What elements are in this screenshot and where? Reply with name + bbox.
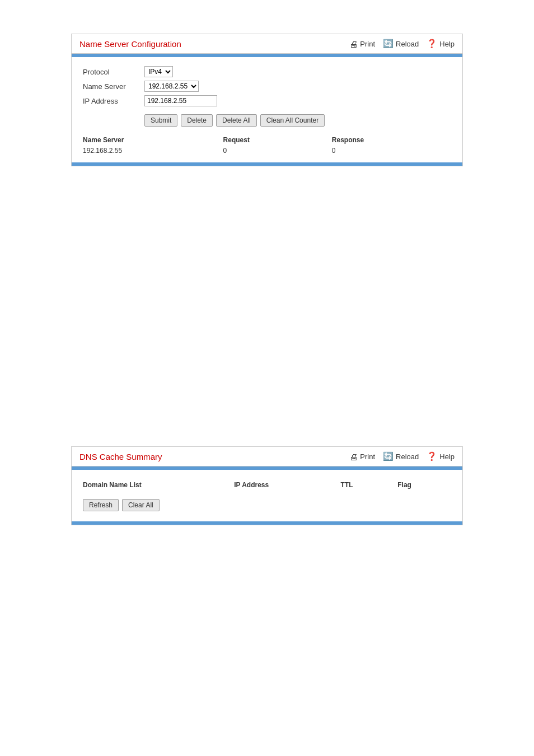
table-cell: 0 — [218, 146, 326, 156]
clean-all-counter-button[interactable]: Clean All Counter — [260, 114, 325, 127]
print-action[interactable]: 🖨 Print — [349, 39, 375, 49]
dns-cache-panel-title: DNS Cache Summary — [79, 452, 162, 461]
protocol-select[interactable]: IPv4 — [144, 66, 173, 77]
dns-cache-panel: DNS Cache Summary 🖨 Print 🔄 Reload ❓ Hel… — [71, 446, 463, 525]
refresh-button[interactable]: Refresh — [83, 499, 119, 511]
reload-icon: 🔄 — [383, 39, 394, 49]
name-server-row: Name Server 192.168.2.55 — [83, 81, 451, 92]
protocol-label: Protocol — [83, 68, 144, 76]
dns-cache-panel-header: DNS Cache Summary 🖨 Print 🔄 Reload ❓ Hel… — [72, 447, 462, 466]
name-server-label: Name Server — [83, 82, 144, 91]
name-server-select[interactable]: 192.168.2.55 — [144, 81, 199, 92]
panel-blue-bar-bottom — [72, 162, 462, 166]
reload-label: Reload — [396, 40, 419, 48]
ip-address-label: IP Address — [83, 97, 144, 105]
table-cell: 0 — [326, 146, 451, 156]
dns-cache-panel-body: Domain Name List IP Address TTL Flag Ref… — [72, 470, 462, 521]
protocol-row: Protocol IPv4 — [83, 66, 451, 77]
action-buttons: Submit Delete Delete All Clean All Count… — [144, 114, 451, 127]
dns-help-action[interactable]: ❓ Help — [427, 451, 455, 461]
col-header-name-server: Name Server — [83, 134, 218, 146]
help-icon: ❓ — [427, 39, 437, 49]
dns-col-domain: Domain Name List — [83, 479, 227, 491]
dns-print-action[interactable]: 🖨 Print — [349, 452, 375, 461]
col-header-response: Response — [326, 134, 451, 146]
ip-address-row: IP Address — [83, 95, 451, 106]
col-header-request: Request — [218, 134, 326, 146]
help-action[interactable]: ❓ Help — [427, 39, 455, 49]
dns-col-flag: Flag — [391, 479, 451, 491]
dns-print-icon: 🖨 — [349, 452, 358, 461]
reload-action[interactable]: 🔄 Reload — [383, 39, 419, 49]
table-cell: 192.168.2.55 — [83, 146, 218, 156]
dns-header-actions: 🖨 Print 🔄 Reload ❓ Help — [349, 451, 455, 461]
name-server-panel-header: Name Server Configuration 🖨 Print 🔄 Relo… — [72, 34, 462, 54]
name-server-table: Name Server Request Response 192.168.2.5… — [83, 134, 451, 156]
header-actions: 🖨 Print 🔄 Reload ❓ Help — [349, 39, 455, 49]
dns-panel-blue-bar-bottom — [72, 521, 462, 525]
dns-reload-icon: 🔄 — [383, 451, 394, 461]
ip-address-input[interactable] — [144, 95, 217, 106]
dns-print-label: Print — [360, 452, 375, 461]
form-section: Protocol IPv4 Name Server 192.168.2.55 I… — [83, 66, 451, 106]
dns-reload-label: Reload — [396, 452, 419, 461]
print-label: Print — [360, 40, 375, 48]
dns-action-buttons: Refresh Clear All — [83, 497, 451, 515]
delete-button[interactable]: Delete — [181, 114, 213, 127]
dns-col-ttl: TTL — [334, 479, 391, 491]
clear-all-button[interactable]: Clear All — [122, 499, 160, 511]
dns-help-icon: ❓ — [427, 451, 437, 461]
dns-cache-table: Domain Name List IP Address TTL Flag — [83, 479, 451, 491]
name-server-panel: Name Server Configuration 🖨 Print 🔄 Relo… — [71, 34, 463, 166]
dns-col-ip: IP Address — [227, 479, 334, 491]
submit-button[interactable]: Submit — [144, 114, 177, 127]
help-label: Help — [439, 40, 455, 48]
name-server-panel-title: Name Server Configuration — [79, 39, 181, 49]
print-icon: 🖨 — [349, 39, 358, 49]
table-row: 192.168.2.5500 — [83, 146, 451, 156]
dns-reload-action[interactable]: 🔄 Reload — [383, 451, 419, 461]
delete-all-button[interactable]: Delete All — [216, 114, 257, 127]
name-server-panel-body: Protocol IPv4 Name Server 192.168.2.55 I… — [72, 57, 462, 162]
dns-help-label: Help — [439, 452, 455, 461]
